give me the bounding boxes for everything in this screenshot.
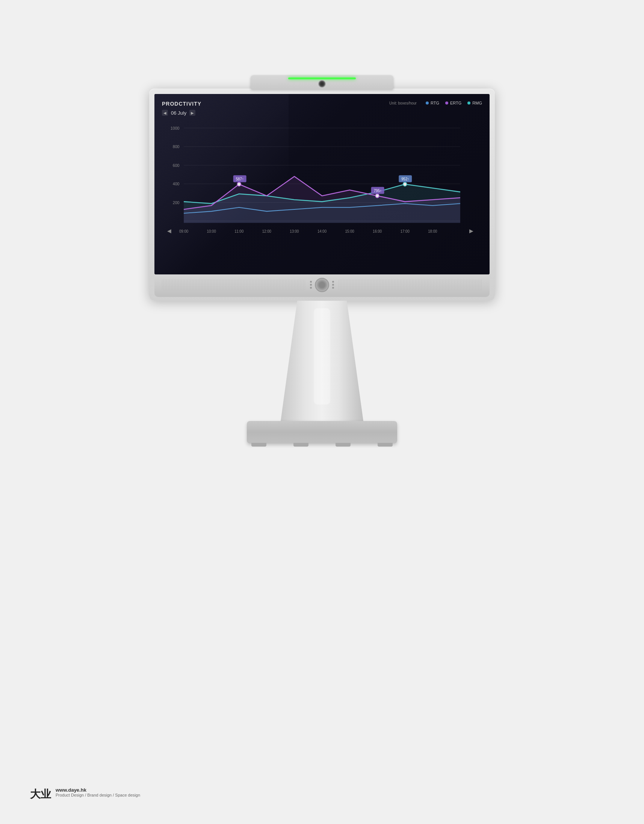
legend-label-rmg: RMG: [472, 101, 482, 105]
control-dot[interactable]: [332, 287, 334, 289]
stand-foot-right: [377, 443, 393, 447]
legend-label-rtg: RTG: [431, 101, 439, 105]
left-control-dots: [310, 281, 312, 289]
camera-lens: [318, 80, 326, 88]
logo-tagline: Product Design / Brand design / Space de…: [55, 793, 140, 797]
svg-text:▶: ▶: [469, 228, 474, 234]
logo-text-group: www.daye.hk Product Design / Brand desig…: [55, 787, 140, 797]
svg-text:◀: ◀: [167, 228, 171, 234]
svg-text:587↑: 587↑: [236, 177, 244, 181]
monitor-container: PRODCTIVITY Unit: boxes/hour RTG ERTG: [149, 75, 495, 444]
stand-foot-left: [251, 443, 267, 447]
svg-text:1000: 1000: [170, 126, 179, 130]
svg-text:600: 600: [173, 163, 179, 167]
svg-point-31: [403, 182, 407, 186]
screen: PRODCTIVITY Unit: boxes/hour RTG ERTG: [155, 94, 489, 274]
svg-text:13:00: 13:00: [290, 229, 299, 234]
date-next-button[interactable]: ▶: [189, 110, 195, 116]
legend-item-rmg: RMG: [468, 101, 482, 105]
center-controls: [310, 278, 334, 292]
stand-base: [247, 421, 397, 444]
svg-text:15:00: 15:00: [345, 229, 354, 234]
svg-text:14:00: 14:00: [317, 229, 327, 234]
legend-item-ertg: ERTG: [445, 101, 462, 105]
chart-svg: 1000 800 600 400 200 09:00 10:00 11:00 1…: [162, 120, 482, 248]
svg-text:10:00: 10:00: [207, 229, 216, 234]
svg-text:09:00: 09:00: [179, 229, 189, 234]
chart-header: PRODCTIVITY Unit: boxes/hour RTG ERTG: [162, 101, 482, 107]
legend-dot-rtg: [426, 101, 429, 105]
chart-title: PRODCTIVITY: [162, 101, 201, 107]
date-navigation: ◀ 06 July ▶: [162, 110, 482, 116]
svg-point-25: [237, 182, 241, 186]
chart-legend: Unit: boxes/hour RTG ERTG RMG: [389, 101, 482, 105]
logo-area: 大业 www.daye.hk Product Design / Brand de…: [30, 787, 140, 801]
svg-text:11:00: 11:00: [235, 229, 244, 234]
speaker-left: [162, 279, 305, 291]
legend-dot-ertg: [445, 101, 448, 105]
svg-text:952↑: 952↑: [401, 177, 409, 181]
legend-dot-rmg: [468, 101, 471, 105]
stand-neck-reflection: [314, 308, 330, 404]
control-dot[interactable]: [310, 284, 312, 286]
stand-foot-center-right: [336, 443, 351, 447]
logo-url: www.daye.hk: [55, 787, 140, 793]
svg-text:400: 400: [173, 181, 179, 186]
stand-foot-center-left: [293, 443, 308, 447]
date-prev-button[interactable]: ◀: [162, 110, 168, 116]
right-control-dots: [332, 281, 334, 289]
svg-text:800: 800: [173, 145, 179, 149]
date-label: 06 July: [171, 110, 186, 116]
svg-text:200: 200: [173, 200, 179, 204]
legend-label-ertg: ERTG: [450, 101, 462, 105]
chart-unit: Unit: boxes/hour: [389, 101, 417, 105]
monitor-bottom-bezel: [155, 274, 489, 297]
logo-chinese-text: 大业: [30, 787, 51, 801]
center-speaker-button[interactable]: [315, 278, 329, 292]
camera-green-light: [288, 77, 356, 79]
control-dot[interactable]: [332, 281, 334, 283]
stand-neck: [281, 301, 363, 421]
chart-area: 1000 800 600 400 200 09:00 10:00 11:00 1…: [162, 120, 482, 248]
svg-text:16:00: 16:00: [373, 229, 382, 234]
monitor-frame: PRODCTIVITY Unit: boxes/hour RTG ERTG: [149, 89, 495, 301]
speaker-right: [339, 279, 482, 291]
svg-text:17:00: 17:00: [400, 229, 410, 234]
control-dot[interactable]: [332, 284, 334, 286]
control-dot[interactable]: [310, 281, 312, 283]
control-dot[interactable]: [310, 287, 312, 289]
stand-base-feet: [251, 443, 393, 447]
screen-content: PRODCTIVITY Unit: boxes/hour RTG ERTG: [155, 94, 489, 274]
svg-text:18:00: 18:00: [428, 229, 437, 234]
svg-point-28: [376, 194, 379, 198]
camera-bar: [251, 75, 393, 89]
svg-text:795↑: 795↑: [374, 188, 382, 192]
legend-item-rtg: RTG: [426, 101, 439, 105]
svg-text:12:00: 12:00: [262, 229, 271, 234]
